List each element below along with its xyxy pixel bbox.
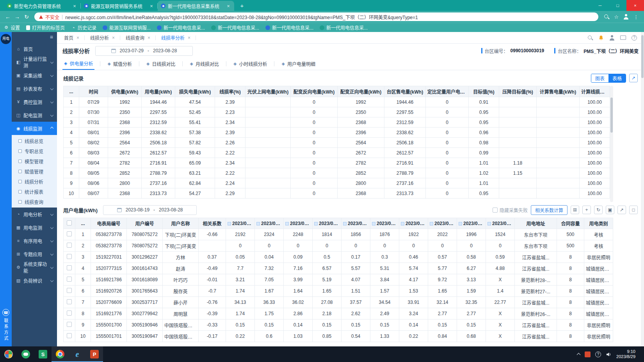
sidebar-subitem[interactable]: 线损总览 <box>12 136 57 146</box>
row-checkbox[interactable] <box>67 322 72 327</box>
help-icon[interactable]: ? <box>632 35 637 41</box>
sidebar-item[interactable]: ▣采集运维 <box>12 69 57 82</box>
security-warning-label[interactable]: 不安全 <box>45 14 59 20</box>
row-checkbox[interactable] <box>67 243 72 248</box>
sidebar-collapse-icon[interactable]: ≡ <box>50 34 53 40</box>
forward-icon[interactable]: → <box>12 14 22 20</box>
bookmark-item[interactable]: 新一代用电信息采... <box>157 24 205 31</box>
column-select-icon[interactable] <box>487 222 491 225</box>
sidebar-item[interactable]: ≡有序用电 <box>12 234 57 247</box>
address-bar[interactable]: 不安全 | neweic.js.sgcc.com.cn/#/llm/line/L… <box>34 12 598 21</box>
row-checkbox[interactable] <box>67 288 72 293</box>
user-date-range-picker[interactable]: 2023-08-19 - 2023-08-28 <box>103 205 197 215</box>
user-no-link[interactable]: 7808075272 <box>127 229 163 240</box>
layout-icon[interactable]: ⊞ <box>571 206 579 214</box>
table-view-button[interactable]: 表格 <box>608 74 626 82</box>
user-icon[interactable] <box>609 35 615 41</box>
new-tab-button[interactable]: + <box>237 1 247 10</box>
bookmark-star-icon[interactable]: ☆ <box>614 14 619 20</box>
bookmark-item[interactable]: 能源互联网营销服... <box>103 24 151 31</box>
tray-app-icon[interactable] <box>585 351 591 357</box>
row-checkbox[interactable] <box>67 299 72 304</box>
add-icon[interactable]: + <box>582 206 591 214</box>
bell-icon[interactable] <box>598 35 604 41</box>
user-no-link[interactable]: 3001296227 <box>127 252 163 263</box>
column-select-icon[interactable] <box>459 222 462 225</box>
select-all-checkbox[interactable] <box>67 220 72 225</box>
export-icon[interactable]: ↗ <box>617 206 626 214</box>
row-checkbox[interactable] <box>67 333 72 338</box>
user-no-link[interactable]: 3001765643 <box>127 286 163 297</box>
sidebar-subitem[interactable]: 线损分析 <box>12 176 57 186</box>
subtab[interactable]: ◈赋值分析 <box>106 58 133 70</box>
sidebar-item[interactable]: ◉线损监测 <box>12 122 57 135</box>
sidebar-item[interactable]: ⊞专题应用 <box>12 247 57 261</box>
user-no-link[interactable]: 3002779942 <box>127 308 163 319</box>
tray-help-icon[interactable]: ? <box>595 351 601 357</box>
column-select-icon[interactable] <box>401 222 404 225</box>
browser-tab[interactable]: 新一代用电信息采集系统× <box>158 1 234 11</box>
bookmark-item[interactable]: ⚙设置 <box>4 24 20 31</box>
workspace-tab[interactable]: 线损率分析× <box>156 32 196 43</box>
refresh-icon[interactable]: ↻ <box>22 14 31 20</box>
table-row[interactable]: 615169207263001765643殷存英-0.71.741.671.64… <box>64 286 613 297</box>
sidebar-item[interactable]: ▤抄表发布 <box>12 82 57 95</box>
column-select-icon[interactable] <box>256 222 260 225</box>
workspace-tab[interactable]: 线损分析× <box>85 32 120 43</box>
start-button[interactable] <box>0 346 17 362</box>
hide-failed-checkbox[interactable] <box>493 208 498 213</box>
table-row[interactable]: 515169217863001618089叶巧巧-0.013.217.053.9… <box>64 274 613 286</box>
taskbar-powerpoint-icon[interactable]: P <box>86 346 103 362</box>
sidebar-subitem[interactable]: 模型管理 <box>12 156 57 166</box>
save-icon[interactable]: ▣ <box>606 206 614 214</box>
bookmark-item[interactable]: 新一代用电信息采... <box>211 24 259 31</box>
meter-no-link[interactable]: 1519227031 <box>91 252 127 263</box>
user-no-link[interactable]: 3005190946 <box>127 319 163 331</box>
sidebar-item[interactable]: ◫配电监测 <box>12 108 57 122</box>
user-no-link[interactable]: 3002537717 <box>127 297 163 308</box>
meter-no-link[interactable]: 1520776609 <box>91 297 127 308</box>
table-row[interactable]: 205382737787808075272下坝(二)环美变0000000000东… <box>64 240 613 252</box>
table-row[interactable]: 508/0225642506.1857.822.26025642506.1800… <box>64 138 610 148</box>
table-row[interactable]: 915550017003005190946中国铁塔股份有限-0.330.150.… <box>64 319 613 331</box>
sidebar-item[interactable]: ◔用电分析 <box>12 208 57 221</box>
refresh-icon[interactable]: ↻ <box>594 206 603 214</box>
table-row[interactable]: 107/2919921944.4647.542.39019921944.4600… <box>64 97 610 107</box>
subtab[interactable]: ◈小时线损分析 <box>232 58 269 70</box>
row-checkbox[interactable] <box>67 231 72 236</box>
tab-close-icon[interactable]: × <box>226 3 231 9</box>
bookmark-item[interactable]: 新一代用电信息采... <box>265 24 313 31</box>
zoom-icon[interactable] <box>604 14 609 20</box>
export-icon[interactable]: ↗ <box>629 74 638 82</box>
fullscreen-icon[interactable] <box>620 35 626 40</box>
taskbar-clock[interactable]: 9:10 2023/8/29 <box>616 349 635 359</box>
tab-close-icon[interactable]: × <box>148 35 150 41</box>
url-text[interactable]: neweic.js.sgcc.com.cn/#/llm/line/LineRat… <box>65 14 594 20</box>
browser-menu-icon[interactable]: ⋮ <box>633 14 639 20</box>
meter-no-link[interactable]: 1520777315 <box>91 263 127 274</box>
row-checkbox[interactable] <box>67 254 72 259</box>
bookmark-item[interactable]: 新一代用电信息采... <box>320 24 368 31</box>
minimize-button[interactable]: ─ <box>591 0 609 11</box>
table-row[interactable]: 307/3123682312.5955.412.34023682312.5900… <box>64 117 610 128</box>
meter-no-link[interactable]: 1555001700 <box>91 319 127 331</box>
table-row[interactable]: 1015550017013005190947中国铁塔股份有限-0.170.220… <box>64 331 613 342</box>
column-select-icon[interactable] <box>430 222 433 225</box>
tab-close-icon[interactable]: × <box>72 3 77 9</box>
row-checkbox[interactable] <box>67 277 72 282</box>
user-no-link[interactable]: 3001618089 <box>127 274 163 286</box>
meter-no-link[interactable]: 1516920726 <box>91 286 127 297</box>
row-checkbox[interactable] <box>67 311 72 316</box>
table-row[interactable]: 315192270313001296227方林0.370.050.040.090… <box>64 252 613 263</box>
sidebar-subitem[interactable]: 赋值管理 <box>12 166 57 176</box>
taskbar-ie-icon[interactable]: e <box>69 346 86 362</box>
tray-expand-icon[interactable] <box>577 353 581 357</box>
page-scrollbar[interactable] <box>641 32 644 346</box>
maximize-button[interactable]: □ <box>609 0 626 11</box>
back-icon[interactable]: ← <box>3 14 12 20</box>
taskbar-chrome-icon[interactable] <box>52 346 69 362</box>
bookmark-item[interactable]: 打开新的标签页 <box>26 24 65 31</box>
sidebar-item[interactable]: ¥费控监测 <box>12 95 57 108</box>
chart-view-button[interactable]: 图表 <box>591 74 608 82</box>
tab-close-icon[interactable]: × <box>112 35 115 41</box>
